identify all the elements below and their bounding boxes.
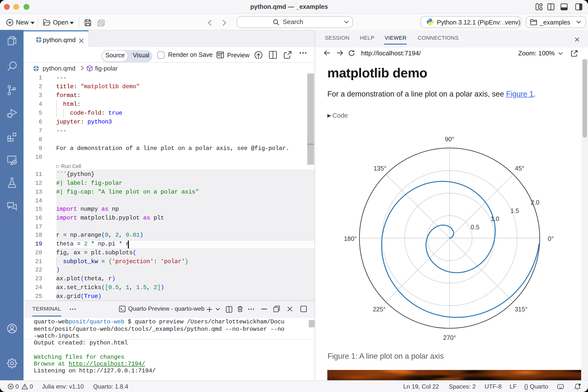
svg-text:270°: 270° (443, 334, 456, 341)
svg-text:0°: 0° (548, 235, 554, 242)
svg-text:90°: 90° (445, 136, 454, 142)
svg-text:225°: 225° (373, 306, 386, 312)
svg-text:180°: 180° (344, 235, 357, 242)
svg-text:2.0: 2.0 (531, 199, 539, 206)
svg-text:1.0: 1.0 (490, 215, 499, 222)
svg-text:1.5: 1.5 (510, 207, 519, 214)
svg-text:135°: 135° (374, 165, 386, 172)
svg-text:0.5: 0.5 (471, 224, 479, 230)
svg-text:315°: 315° (515, 306, 528, 312)
svg-text:45°: 45° (515, 165, 524, 172)
